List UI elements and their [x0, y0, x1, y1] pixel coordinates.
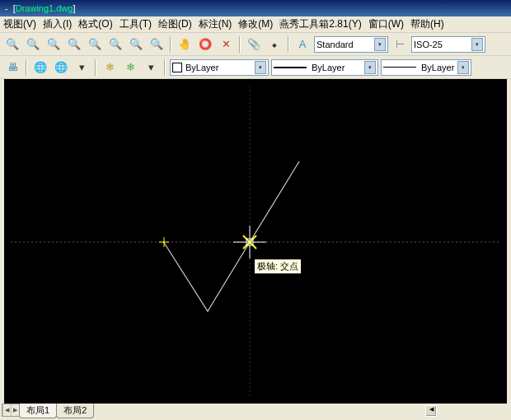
- menu-bar: 视图(V) 插入(I) 格式(O) 工具(T) 绘图(D) 标注(N) 修改(M…: [0, 16, 511, 33]
- separator: [26, 59, 27, 76]
- dim-style-value: ISO-25: [414, 40, 443, 49]
- dropdown-icon[interactable]: ▾: [73, 58, 91, 77]
- zoom-all-icon[interactable]: 🔍: [127, 35, 145, 54]
- properties-icon[interactable]: A: [293, 35, 312, 54]
- arrow-left-icon: ◀: [426, 406, 436, 413]
- text-style-combo[interactable]: Standard ▾: [314, 36, 388, 53]
- zoom-realtime-icon[interactable]: 🔍: [3, 35, 21, 54]
- separator: [288, 36, 289, 53]
- separator: [95, 59, 96, 76]
- linetype-combo[interactable]: ByLayer ▾: [271, 59, 378, 76]
- arrow-right-icon[interactable]: ▶: [11, 404, 19, 416]
- zoom-scale-icon[interactable]: 🔍: [45, 35, 63, 54]
- zoom-center-icon[interactable]: 🔍: [65, 35, 83, 54]
- regen-icon[interactable]: ✕: [217, 35, 235, 54]
- menu-format[interactable]: 格式(O): [78, 17, 112, 31]
- chevron-down-icon[interactable]: ▾: [364, 61, 376, 74]
- linetype-value: ByLayer: [312, 63, 345, 72]
- tab-scroll-arrows[interactable]: ◀ ▶: [2, 404, 20, 417]
- chevron-down-icon[interactable]: ▾: [457, 61, 469, 74]
- menu-insert[interactable]: 插入(I): [43, 17, 72, 31]
- linetype-preview-icon: [274, 67, 307, 68]
- drawn-polyline: [163, 161, 299, 311]
- title-dash: -: [5, 3, 8, 13]
- document-name: Drawing1.dwg: [16, 3, 73, 13]
- menu-modify[interactable]: 修改(M): [238, 17, 273, 31]
- title-rbracket: ]: [73, 3, 75, 13]
- pan-icon[interactable]: 🤚: [176, 35, 194, 54]
- dropdown-icon[interactable]: ▾: [142, 58, 160, 77]
- layout-tab-strip: ◀ ▶ 布局1 布局2 ◀: [0, 404, 511, 420]
- chevron-down-icon[interactable]: ▾: [374, 38, 386, 51]
- osnap-tooltip: 极轴: 交点: [254, 259, 302, 274]
- hscroll-thumb[interactable]: ◀: [425, 405, 437, 417]
- menu-window[interactable]: 窗口(W): [368, 17, 404, 31]
- orbit3d-icon[interactable]: 🌐: [31, 58, 49, 77]
- drawing-svg: [4, 79, 507, 404]
- color-combo[interactable]: ByLayer ▾: [170, 59, 269, 76]
- zoom-out-icon[interactable]: 🔍: [106, 35, 124, 54]
- layer-tool2-icon[interactable]: ❄: [121, 58, 139, 77]
- chevron-down-icon[interactable]: ▾: [255, 61, 266, 74]
- separator: [239, 36, 241, 53]
- tab-layout1[interactable]: 布局1: [19, 404, 57, 418]
- separator: [164, 59, 166, 76]
- view3d-icon[interactable]: 🌐: [52, 58, 70, 77]
- menu-tools[interactable]: 工具(T): [120, 17, 152, 31]
- text-style-value: Standard: [316, 40, 354, 49]
- zoom-window-icon[interactable]: 🔍: [24, 35, 42, 54]
- toolbar-row-1: 🔍 🔍 🔍 🔍 🔍 🔍 🔍 🔍 🤚 ⭕ ✕ 📎 ⬥ A Standard ▾ ⊢…: [0, 33, 511, 56]
- menu-plugin[interactable]: 燕秀工具箱2.81(Y): [279, 17, 361, 31]
- zoom-in-icon[interactable]: 🔍: [86, 35, 104, 54]
- layer-tool-icon[interactable]: ❄: [101, 58, 119, 77]
- drawing-canvas[interactable]: 极轴: 交点: [4, 79, 507, 404]
- menu-help[interactable]: 帮助(H): [410, 17, 444, 31]
- print-icon[interactable]: 🖶: [3, 58, 21, 77]
- menu-view[interactable]: 视图(V): [3, 17, 36, 31]
- lineweight-preview-icon: [383, 67, 416, 68]
- lineweight-combo[interactable]: ByLayer ▾: [381, 59, 471, 76]
- tab-layout2[interactable]: 布局2: [56, 404, 94, 418]
- separator: [170, 36, 171, 53]
- refedit-icon[interactable]: ⬥: [265, 35, 284, 54]
- xref-icon[interactable]: 📎: [245, 35, 263, 54]
- orbit-icon[interactable]: ⭕: [196, 35, 214, 54]
- menu-draw[interactable]: 绘图(D): [158, 17, 192, 31]
- menu-dim[interactable]: 标注(N): [199, 17, 232, 31]
- title-bar: - [ Drawing1.dwg ]: [0, 0, 511, 16]
- color-value: ByLayer: [185, 63, 218, 72]
- toolbar-row-2: 🖶 🌐 🌐 ▾ ❄ ❄ ▾ ByLayer ▾ ByLayer ▾ ByLaye…: [0, 56, 511, 79]
- color-swatch-icon: [172, 63, 182, 72]
- arrow-left-icon[interactable]: ◀: [2, 404, 11, 416]
- chevron-down-icon[interactable]: ▾: [471, 38, 483, 51]
- lineweight-value: ByLayer: [421, 63, 454, 72]
- dim-style-combo[interactable]: ISO-25 ▾: [411, 36, 485, 53]
- zoom-extents-icon[interactable]: 🔍: [148, 35, 166, 54]
- dim-icon[interactable]: ⊢: [391, 35, 409, 54]
